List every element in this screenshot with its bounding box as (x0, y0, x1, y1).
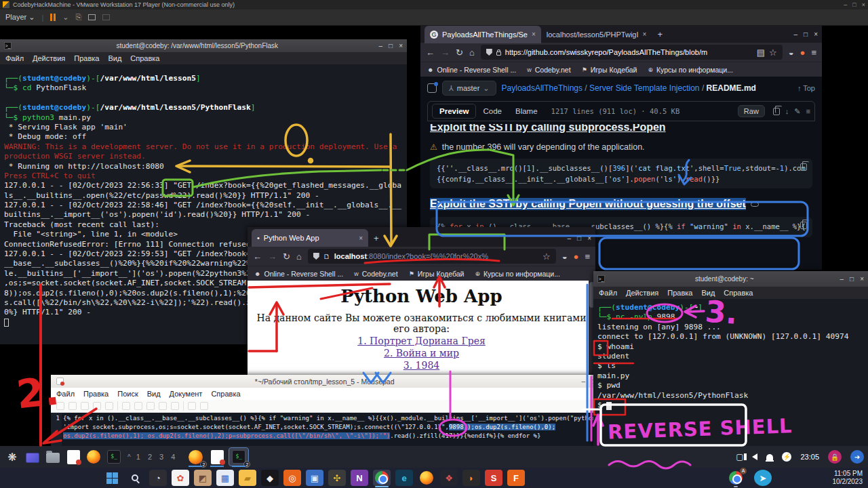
forward-icon[interactable]: → (268, 251, 277, 262)
close-button[interactable]: × (860, 275, 864, 283)
mousepad-menu-item[interactable]: Файл (56, 390, 75, 398)
lock-screen-icon[interactable]: 🔒 (828, 450, 842, 464)
back-icon[interactable]: ← (426, 47, 435, 58)
terminal-launcher-icon[interactable]: $_ (106, 449, 122, 465)
vmware-maximize-button[interactable]: □ (852, 1, 856, 8)
copy-icon[interactable] (159, 402, 167, 410)
terminal1-menu-item[interactable]: Файл (5, 54, 24, 62)
tab-close-icon[interactable]: × (643, 30, 647, 38)
taskbar-app-gauge[interactable]: ◔ (149, 470, 167, 486)
home-icon[interactable]: ⌂ (469, 47, 475, 58)
virtualbox-icon[interactable]: ▣ (306, 470, 323, 486)
logout-icon[interactable]: ➜ (850, 450, 864, 464)
workspace-switcher[interactable]: 1 2 3 4 (136, 453, 178, 461)
bookmark-star-icon[interactable]: ☆ (542, 251, 551, 262)
tab-python-web-app[interactable]: • Python Web App × (252, 229, 368, 247)
outline-icon[interactable]: ≡ (806, 107, 810, 115)
copy-code-icon[interactable] (800, 163, 807, 171)
terminal1-menu-item[interactable]: Правка (74, 54, 99, 62)
readme-heading-popen-no-offset[interactable]: Exploit the SSTI by calling Popen withou… (430, 198, 746, 210)
maximize-button[interactable]: □ (850, 275, 854, 283)
copy-file-icon[interactable] (773, 108, 780, 115)
url-bar[interactable]: https://github.com/swisskyrepo/PayloadsA… (481, 45, 783, 60)
terminal2-menu-item[interactable]: Вид (701, 289, 715, 297)
anchor-link-icon[interactable] (751, 202, 759, 207)
open-window-mousepad[interactable] (208, 448, 226, 466)
display-tray-icon[interactable]: ▢ (736, 452, 743, 462)
taskbar-app-dark[interactable]: ◆ (261, 470, 279, 486)
breadcrumb-folder[interactable]: Server Side Template Injection (589, 83, 700, 93)
app-menu-icon[interactable]: ≡ (585, 251, 590, 262)
new-tab-button[interactable]: + (657, 29, 663, 39)
terminal2-menu-item[interactable]: Файл (599, 289, 617, 297)
minimize-button[interactable]: – (581, 378, 585, 385)
taskbar-app-orange-f[interactable]: F (507, 470, 525, 486)
notifications-bell-icon[interactable] (766, 454, 773, 460)
save-as-icon[interactable] (93, 402, 101, 410)
terminal1-menu-item[interactable]: Вид (108, 54, 121, 62)
tab-preview[interactable]: Preview (432, 104, 476, 119)
reload-icon[interactable]: ↻ (283, 251, 290, 262)
edit-pencil-icon[interactable]: ✎ (794, 107, 800, 116)
maximize-button[interactable]: □ (804, 30, 808, 38)
chrome-profile-icon[interactable]: A (727, 470, 745, 486)
paste-icon[interactable] (171, 402, 179, 410)
taskbar-app-fl[interactable]: ◗ (462, 470, 480, 486)
pocket-icon[interactable]: ◒ (562, 251, 568, 262)
bookmark-item[interactable]: wCodeby.net (354, 270, 397, 278)
close-button[interactable]: × (399, 42, 403, 49)
cut-icon[interactable] (146, 402, 155, 410)
mousepad-menu-item[interactable]: Вид (147, 390, 161, 398)
telegram-icon[interactable]: ➤ (754, 470, 772, 486)
terminal2-output[interactable]: ┌──(student@codeby)-[~]└─$ nc -nvlp 9898… (593, 299, 868, 446)
power-manager-icon[interactable]: ⚡ (782, 452, 791, 462)
mousepad-titlebar[interactable]: *~/Рабочий стол/tmp_lesson_5 - Mousepad … (51, 375, 601, 388)
bookmark-item[interactable]: ⊕Курсы по информаци... (475, 270, 559, 278)
firefox-icon[interactable] (418, 470, 435, 486)
tab-payloadsallthethings[interactable]: G PayloadsAllTheThings/Se × (425, 26, 541, 43)
raw-button[interactable]: Raw (738, 105, 765, 117)
bookmark-item[interactable]: ☻Online - Reverse Shell ... (254, 270, 343, 278)
terminal2-menu-item[interactable]: Справка (724, 289, 753, 297)
minimize-button[interactable]: – (568, 235, 572, 242)
book-link-3[interactable]: 3. 1984 (248, 360, 595, 371)
book-link-1[interactable]: 1. Портрет Дориана Грея (248, 336, 595, 346)
firefox-launcher-icon[interactable] (85, 449, 102, 465)
open-file-icon[interactable] (68, 402, 77, 410)
tab-close-icon[interactable]: × (359, 235, 363, 242)
terminal2-menu-item[interactable]: Правка (667, 289, 692, 297)
vm-clock[interactable]: 23:05 (800, 453, 819, 461)
show-desktop-icon[interactable] (24, 449, 41, 465)
breadcrumb-repo[interactable]: PayloadsAllTheThings (502, 83, 583, 93)
bookmark-item[interactable]: ⊕Курсы по информаци... (648, 66, 732, 74)
open-window-firefox[interactable]: 2 (186, 448, 205, 466)
terminal2-titlebar[interactable]: >_ student@codeby: ~ – □ × (593, 271, 868, 287)
find-replace-icon[interactable] (200, 402, 208, 410)
minimize-button[interactable]: – (840, 275, 844, 283)
firefox-account-icon[interactable]: ● (800, 47, 806, 58)
vmware-ctrl-alt-del-icon[interactable]: ⎘ (76, 13, 82, 22)
taskbar-app-colorful[interactable]: ✿ (172, 470, 189, 486)
panel-expand-icon[interactable]: ^ (127, 453, 131, 461)
bookmark-item[interactable]: ⚑Игры Кодебай (582, 66, 637, 74)
terminal2-menu-item[interactable]: Действия (626, 289, 658, 297)
close-button[interactable]: × (814, 30, 818, 38)
vmware-pause-button[interactable] (50, 14, 56, 21)
back-icon[interactable]: ← (253, 251, 262, 262)
mousepad-menu-item[interactable]: Правка (83, 390, 108, 398)
tab-code[interactable]: Code (476, 104, 509, 118)
file-tree-icon[interactable] (427, 83, 437, 93)
undo-icon[interactable] (122, 402, 130, 410)
vmware-close-button[interactable]: × (862, 1, 865, 8)
maximize-button[interactable]: □ (389, 42, 393, 49)
mousepad-menu-item[interactable]: Документ (170, 390, 203, 398)
find-icon[interactable] (188, 402, 196, 410)
open-window-terminal[interactable]: $_ 2 (229, 448, 248, 466)
search-icon[interactable] (126, 470, 144, 486)
vmware-fullscreen-icon[interactable] (88, 14, 96, 20)
minimize-button[interactable]: – (794, 30, 798, 38)
forward-icon[interactable]: → (441, 47, 450, 58)
url-bar[interactable]: 🗋 localhost:8080/index?book={%%20for%20x… (308, 249, 556, 264)
mousepad-menu-item[interactable]: Справка (211, 390, 240, 398)
tab-close-icon[interactable]: × (532, 30, 536, 38)
